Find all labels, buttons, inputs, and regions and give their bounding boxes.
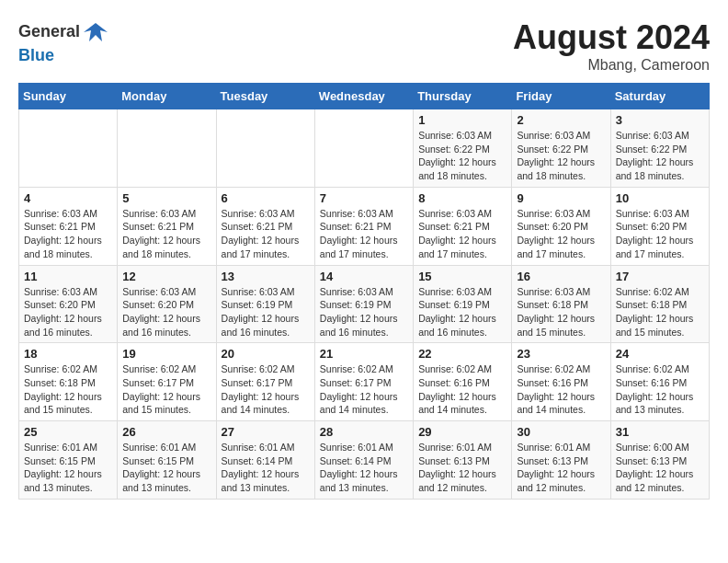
calendar-week-1: 1Sunrise: 6:03 AM Sunset: 6:22 PM Daylig… [19, 109, 710, 188]
day-info: Sunrise: 6:01 AM Sunset: 6:14 PM Dayligh… [222, 441, 310, 495]
day-number: 1 [418, 113, 506, 127]
day-number: 25 [24, 425, 112, 439]
calendar-cell: 7Sunrise: 6:03 AM Sunset: 6:21 PM Daylig… [314, 187, 413, 265]
day-info: Sunrise: 6:02 AM Sunset: 6:17 PM Dayligh… [122, 362, 210, 417]
calendar-cell: 22Sunrise: 6:02 AM Sunset: 6:16 PM Dayli… [414, 343, 512, 421]
calendar-cell: 23Sunrise: 6:02 AM Sunset: 6:16 PM Dayli… [512, 343, 610, 421]
day-info: Sunrise: 6:02 AM Sunset: 6:18 PM Dayligh… [24, 362, 112, 417]
day-number: 11 [24, 270, 112, 283]
calendar-table: SundayMondayTuesdayWednesdayThursdayFrid… [18, 83, 710, 500]
calendar-cell: 20Sunrise: 6:02 AM Sunset: 6:17 PM Dayli… [216, 343, 314, 421]
calendar-cell: 30Sunrise: 6:01 AM Sunset: 6:13 PM Dayli… [512, 421, 610, 500]
day-number: 30 [517, 425, 605, 439]
calendar-cell: 29Sunrise: 6:01 AM Sunset: 6:13 PM Dayli… [414, 421, 512, 500]
logo-bird-icon [82, 18, 109, 46]
calendar-cell: 18Sunrise: 6:02 AM Sunset: 6:18 PM Dayli… [19, 343, 118, 421]
calendar-cell [314, 109, 413, 188]
day-number: 10 [616, 191, 704, 205]
day-info: Sunrise: 6:02 AM Sunset: 6:17 PM Dayligh… [222, 362, 310, 417]
day-number: 31 [616, 425, 704, 439]
calendar-cell: 2Sunrise: 6:03 AM Sunset: 6:22 PM Daylig… [512, 109, 610, 188]
calendar-cell: 15Sunrise: 6:03 AM Sunset: 6:19 PM Dayli… [414, 265, 512, 343]
title-block: August 2024 Mbang, Cameroon [513, 18, 710, 74]
day-info: Sunrise: 6:00 AM Sunset: 6:13 PM Dayligh… [616, 441, 704, 495]
day-number: 9 [517, 191, 605, 205]
logo-text: General Blue [18, 18, 111, 66]
weekday-header-saturday: Saturday [610, 84, 709, 109]
day-info: Sunrise: 6:03 AM Sunset: 6:21 PM Dayligh… [122, 207, 210, 261]
weekday-header-row: SundayMondayTuesdayWednesdayThursdayFrid… [19, 84, 710, 109]
day-info: Sunrise: 6:02 AM Sunset: 6:18 PM Dayligh… [616, 285, 704, 339]
day-number: 29 [418, 425, 506, 439]
calendar-cell: 9Sunrise: 6:03 AM Sunset: 6:20 PM Daylig… [512, 187, 610, 265]
calendar-cell: 26Sunrise: 6:01 AM Sunset: 6:15 PM Dayli… [118, 421, 216, 500]
day-info: Sunrise: 6:03 AM Sunset: 6:19 PM Dayligh… [418, 285, 506, 339]
calendar-cell [118, 109, 216, 188]
day-number: 7 [320, 191, 408, 205]
calendar-cell: 14Sunrise: 6:03 AM Sunset: 6:19 PM Dayli… [314, 265, 413, 343]
calendar-week-3: 11Sunrise: 6:03 AM Sunset: 6:20 PM Dayli… [19, 265, 710, 343]
day-number: 2 [517, 113, 605, 127]
calendar-cell: 21Sunrise: 6:02 AM Sunset: 6:17 PM Dayli… [314, 343, 413, 421]
svg-marker-0 [84, 23, 108, 41]
weekday-header-friday: Friday [512, 84, 610, 109]
day-info: Sunrise: 6:03 AM Sunset: 6:20 PM Dayligh… [122, 285, 210, 339]
day-number: 18 [24, 347, 112, 361]
calendar-cell: 12Sunrise: 6:03 AM Sunset: 6:20 PM Dayli… [118, 265, 216, 343]
day-number: 24 [616, 347, 704, 361]
page-header: General Blue August 2024 Mbang, Cameroon [18, 18, 710, 74]
calendar-cell: 5Sunrise: 6:03 AM Sunset: 6:21 PM Daylig… [118, 187, 216, 265]
day-info: Sunrise: 6:03 AM Sunset: 6:20 PM Dayligh… [517, 207, 605, 261]
day-info: Sunrise: 6:03 AM Sunset: 6:19 PM Dayligh… [222, 285, 310, 339]
calendar-cell: 13Sunrise: 6:03 AM Sunset: 6:19 PM Dayli… [216, 265, 314, 343]
calendar-week-5: 25Sunrise: 6:01 AM Sunset: 6:15 PM Dayli… [19, 421, 710, 500]
day-number: 4 [24, 191, 112, 205]
calendar-header: SundayMondayTuesdayWednesdayThursdayFrid… [19, 84, 710, 109]
month-year-title: August 2024 [513, 18, 710, 57]
calendar-cell [216, 109, 314, 188]
day-number: 28 [320, 425, 408, 439]
day-info: Sunrise: 6:03 AM Sunset: 6:18 PM Dayligh… [517, 285, 605, 339]
day-number: 8 [418, 191, 506, 205]
weekday-header-tuesday: Tuesday [216, 84, 314, 109]
day-number: 16 [517, 270, 605, 283]
day-info: Sunrise: 6:01 AM Sunset: 6:15 PM Dayligh… [122, 441, 210, 495]
calendar-cell: 24Sunrise: 6:02 AM Sunset: 6:16 PM Dayli… [610, 343, 709, 421]
weekday-header-thursday: Thursday [414, 84, 512, 109]
day-info: Sunrise: 6:02 AM Sunset: 6:17 PM Dayligh… [320, 362, 408, 417]
calendar-cell: 28Sunrise: 6:01 AM Sunset: 6:14 PM Dayli… [314, 421, 413, 500]
calendar-cell [19, 109, 118, 188]
logo: General Blue [18, 18, 111, 66]
calendar-cell: 8Sunrise: 6:03 AM Sunset: 6:21 PM Daylig… [414, 187, 512, 265]
day-info: Sunrise: 6:03 AM Sunset: 6:19 PM Dayligh… [320, 285, 408, 339]
day-number: 15 [418, 270, 506, 283]
day-number: 21 [320, 347, 408, 361]
day-number: 20 [222, 347, 310, 361]
day-info: Sunrise: 6:02 AM Sunset: 6:16 PM Dayligh… [418, 362, 506, 417]
day-info: Sunrise: 6:01 AM Sunset: 6:13 PM Dayligh… [517, 441, 605, 495]
day-number: 12 [122, 270, 210, 283]
day-info: Sunrise: 6:03 AM Sunset: 6:22 PM Dayligh… [616, 129, 704, 183]
calendar-cell: 31Sunrise: 6:00 AM Sunset: 6:13 PM Dayli… [610, 421, 709, 500]
day-info: Sunrise: 6:01 AM Sunset: 6:14 PM Dayligh… [320, 441, 408, 495]
day-info: Sunrise: 6:03 AM Sunset: 6:20 PM Dayligh… [616, 207, 704, 261]
weekday-header-sunday: Sunday [19, 84, 118, 109]
calendar-body: 1Sunrise: 6:03 AM Sunset: 6:22 PM Daylig… [19, 109, 710, 500]
calendar-week-2: 4Sunrise: 6:03 AM Sunset: 6:21 PM Daylig… [19, 187, 710, 265]
day-info: Sunrise: 6:03 AM Sunset: 6:21 PM Dayligh… [418, 207, 506, 261]
day-number: 17 [616, 270, 704, 283]
calendar-cell: 11Sunrise: 6:03 AM Sunset: 6:20 PM Dayli… [19, 265, 118, 343]
day-number: 14 [320, 270, 408, 283]
day-info: Sunrise: 6:01 AM Sunset: 6:15 PM Dayligh… [24, 441, 112, 495]
calendar-week-4: 18Sunrise: 6:02 AM Sunset: 6:18 PM Dayli… [19, 343, 710, 421]
day-number: 27 [222, 425, 310, 439]
day-number: 6 [222, 191, 310, 205]
day-info: Sunrise: 6:02 AM Sunset: 6:16 PM Dayligh… [616, 362, 704, 417]
weekday-header-wednesday: Wednesday [314, 84, 413, 109]
day-info: Sunrise: 6:02 AM Sunset: 6:16 PM Dayligh… [517, 362, 605, 417]
calendar-cell: 3Sunrise: 6:03 AM Sunset: 6:22 PM Daylig… [610, 109, 709, 188]
day-info: Sunrise: 6:03 AM Sunset: 6:22 PM Dayligh… [517, 129, 605, 183]
calendar-cell: 16Sunrise: 6:03 AM Sunset: 6:18 PM Dayli… [512, 265, 610, 343]
location-title: Mbang, Cameroon [513, 57, 710, 74]
calendar-cell: 27Sunrise: 6:01 AM Sunset: 6:14 PM Dayli… [216, 421, 314, 500]
